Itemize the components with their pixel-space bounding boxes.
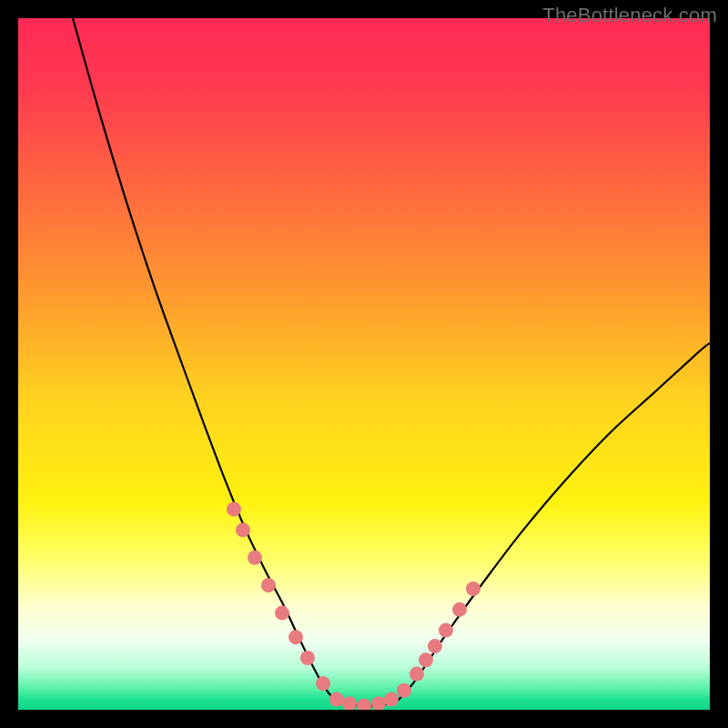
marker-dot — [300, 651, 315, 665]
marker-dot — [342, 696, 357, 710]
marker-dot — [357, 698, 371, 710]
marker-dot — [316, 676, 330, 691]
marker-dot — [419, 652, 433, 667]
marker-dot — [329, 693, 344, 707]
marker-dot — [452, 602, 467, 617]
marker-dot — [466, 581, 480, 596]
bottleneck-curve-layer — [18, 18, 710, 710]
marker-dot — [275, 606, 289, 621]
marker-group — [227, 502, 480, 710]
marker-dot — [397, 683, 411, 698]
marker-dot — [439, 623, 453, 638]
marker-dot — [371, 696, 386, 710]
marker-dot — [428, 639, 442, 653]
marker-dot — [248, 551, 262, 565]
marker-dot — [410, 666, 424, 681]
bottleneck-curve — [73, 18, 710, 706]
marker-dot — [288, 630, 303, 644]
watermark-text: TheBottleneck.com — [542, 4, 717, 27]
marker-dot — [236, 522, 250, 537]
marker-dot — [384, 693, 399, 707]
marker-dot — [261, 578, 276, 592]
marker-dot — [227, 502, 241, 517]
